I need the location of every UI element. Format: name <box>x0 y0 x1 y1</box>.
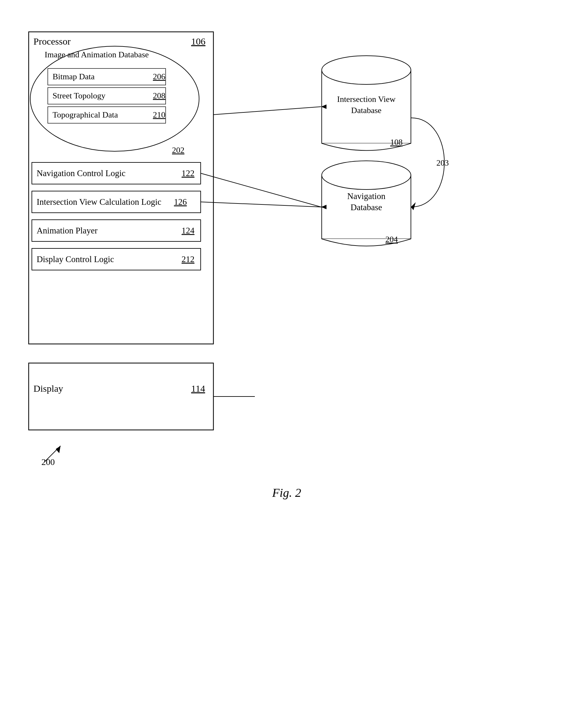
svg-text:Street Topology: Street Topology <box>53 91 105 100</box>
svg-text:Bitmap Data: Bitmap Data <box>53 72 95 81</box>
svg-text:Animation Player: Animation Player <box>37 226 97 235</box>
svg-text:204: 204 <box>385 235 398 244</box>
svg-text:106: 106 <box>191 36 205 46</box>
svg-text:Database: Database <box>351 106 381 115</box>
svg-text:122: 122 <box>182 168 195 178</box>
svg-text:Processor: Processor <box>33 36 71 46</box>
svg-text:Navigation Control Logic: Navigation Control Logic <box>37 168 126 178</box>
svg-text:Display: Display <box>33 383 63 394</box>
svg-text:Image and Animation Database: Image and Animation Database <box>44 50 149 59</box>
svg-text:Fig. 2: Fig. 2 <box>272 486 301 499</box>
svg-text:108: 108 <box>390 138 403 147</box>
svg-text:126: 126 <box>174 197 187 207</box>
svg-point-36 <box>322 161 411 190</box>
diagram-container: Processor 106 Image and Animation Databa… <box>16 19 573 688</box>
svg-text:114: 114 <box>191 383 205 394</box>
svg-text:Navigation: Navigation <box>347 192 385 201</box>
svg-line-44 <box>201 202 322 207</box>
svg-marker-46 <box>411 202 416 210</box>
svg-text:210: 210 <box>153 110 165 120</box>
svg-text:202: 202 <box>172 145 185 155</box>
svg-text:Intersection View: Intersection View <box>337 95 396 104</box>
connector-svg: Processor 106 Image and Animation Databa… <box>16 19 557 656</box>
svg-text:206: 206 <box>153 72 165 81</box>
svg-text:Topographical Data: Topographical Data <box>53 110 118 120</box>
svg-line-40 <box>214 107 321 115</box>
svg-text:208: 208 <box>153 91 165 100</box>
svg-text:212: 212 <box>182 255 195 264</box>
svg-text:124: 124 <box>182 226 195 235</box>
svg-marker-52 <box>56 446 61 453</box>
svg-text:Intersection View Calculation : Intersection View Calculation Logic <box>37 197 162 207</box>
svg-line-42 <box>201 173 321 207</box>
svg-text:Display Control Logic: Display Control Logic <box>37 255 114 264</box>
svg-rect-27 <box>29 363 214 430</box>
svg-point-31 <box>322 56 411 85</box>
svg-text:203: 203 <box>436 158 449 168</box>
svg-text:Database: Database <box>351 203 382 212</box>
